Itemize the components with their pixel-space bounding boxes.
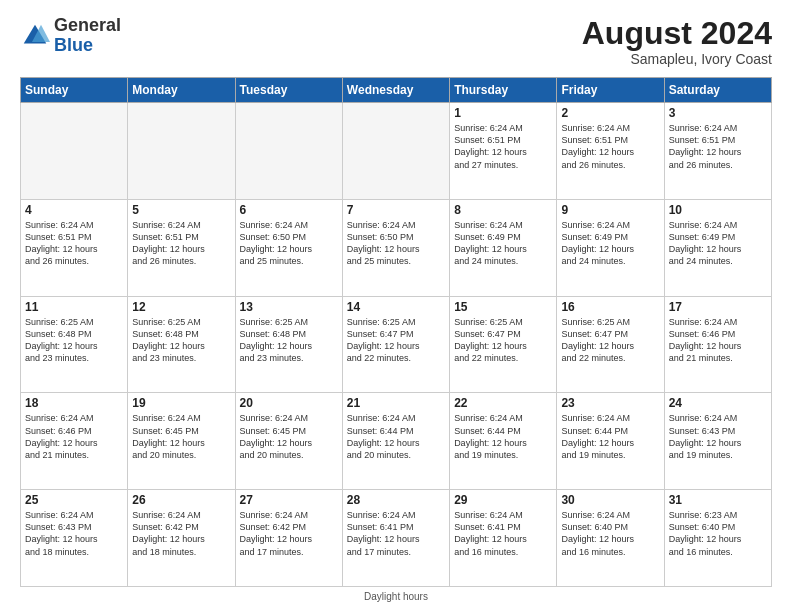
- footer-note: Daylight hours: [20, 591, 772, 602]
- calendar-table: SundayMondayTuesdayWednesdayThursdayFrid…: [20, 77, 772, 587]
- day-info: Sunrise: 6:23 AM Sunset: 6:40 PM Dayligh…: [669, 509, 767, 558]
- day-info: Sunrise: 6:24 AM Sunset: 6:46 PM Dayligh…: [669, 316, 767, 365]
- logo: General Blue: [20, 16, 121, 56]
- calendar-header-row: SundayMondayTuesdayWednesdayThursdayFrid…: [21, 78, 772, 103]
- day-cell: 21Sunrise: 6:24 AM Sunset: 6:44 PM Dayli…: [342, 393, 449, 490]
- day-info: Sunrise: 6:25 AM Sunset: 6:47 PM Dayligh…: [347, 316, 445, 365]
- col-header-saturday: Saturday: [664, 78, 771, 103]
- col-header-thursday: Thursday: [450, 78, 557, 103]
- day-number: 12: [132, 300, 230, 314]
- day-number: 19: [132, 396, 230, 410]
- day-number: 18: [25, 396, 123, 410]
- day-info: Sunrise: 6:25 AM Sunset: 6:47 PM Dayligh…: [454, 316, 552, 365]
- day-number: 27: [240, 493, 338, 507]
- day-cell: 20Sunrise: 6:24 AM Sunset: 6:45 PM Dayli…: [235, 393, 342, 490]
- month-year: August 2024: [582, 16, 772, 51]
- title-block: August 2024 Samapleu, Ivory Coast: [582, 16, 772, 67]
- col-header-tuesday: Tuesday: [235, 78, 342, 103]
- day-cell: 17Sunrise: 6:24 AM Sunset: 6:46 PM Dayli…: [664, 296, 771, 393]
- logo-blue: Blue: [54, 35, 93, 55]
- day-cell: 27Sunrise: 6:24 AM Sunset: 6:42 PM Dayli…: [235, 490, 342, 587]
- day-number: 9: [561, 203, 659, 217]
- day-info: Sunrise: 6:24 AM Sunset: 6:50 PM Dayligh…: [240, 219, 338, 268]
- day-cell: 26Sunrise: 6:24 AM Sunset: 6:42 PM Dayli…: [128, 490, 235, 587]
- header: General Blue August 2024 Samapleu, Ivory…: [20, 16, 772, 67]
- day-info: Sunrise: 6:24 AM Sunset: 6:51 PM Dayligh…: [561, 122, 659, 171]
- day-number: 3: [669, 106, 767, 120]
- week-row-3: 11Sunrise: 6:25 AM Sunset: 6:48 PM Dayli…: [21, 296, 772, 393]
- day-number: 15: [454, 300, 552, 314]
- day-cell: 28Sunrise: 6:24 AM Sunset: 6:41 PM Dayli…: [342, 490, 449, 587]
- day-cell: 14Sunrise: 6:25 AM Sunset: 6:47 PM Dayli…: [342, 296, 449, 393]
- day-info: Sunrise: 6:24 AM Sunset: 6:51 PM Dayligh…: [669, 122, 767, 171]
- day-cell: 15Sunrise: 6:25 AM Sunset: 6:47 PM Dayli…: [450, 296, 557, 393]
- day-cell: [235, 103, 342, 200]
- day-info: Sunrise: 6:24 AM Sunset: 6:42 PM Dayligh…: [240, 509, 338, 558]
- page: General Blue August 2024 Samapleu, Ivory…: [0, 0, 792, 612]
- day-info: Sunrise: 6:24 AM Sunset: 6:51 PM Dayligh…: [132, 219, 230, 268]
- day-info: Sunrise: 6:25 AM Sunset: 6:48 PM Dayligh…: [132, 316, 230, 365]
- day-number: 25: [25, 493, 123, 507]
- day-cell: 8Sunrise: 6:24 AM Sunset: 6:49 PM Daylig…: [450, 199, 557, 296]
- day-cell: 13Sunrise: 6:25 AM Sunset: 6:48 PM Dayli…: [235, 296, 342, 393]
- day-number: 29: [454, 493, 552, 507]
- day-info: Sunrise: 6:24 AM Sunset: 6:40 PM Dayligh…: [561, 509, 659, 558]
- day-info: Sunrise: 6:24 AM Sunset: 6:42 PM Dayligh…: [132, 509, 230, 558]
- day-number: 4: [25, 203, 123, 217]
- day-number: 7: [347, 203, 445, 217]
- day-info: Sunrise: 6:25 AM Sunset: 6:48 PM Dayligh…: [240, 316, 338, 365]
- week-row-5: 25Sunrise: 6:24 AM Sunset: 6:43 PM Dayli…: [21, 490, 772, 587]
- day-info: Sunrise: 6:24 AM Sunset: 6:49 PM Dayligh…: [454, 219, 552, 268]
- day-info: Sunrise: 6:24 AM Sunset: 6:45 PM Dayligh…: [240, 412, 338, 461]
- day-number: 2: [561, 106, 659, 120]
- col-header-monday: Monday: [128, 78, 235, 103]
- day-number: 16: [561, 300, 659, 314]
- day-cell: 24Sunrise: 6:24 AM Sunset: 6:43 PM Dayli…: [664, 393, 771, 490]
- day-cell: 25Sunrise: 6:24 AM Sunset: 6:43 PM Dayli…: [21, 490, 128, 587]
- day-number: 6: [240, 203, 338, 217]
- day-cell: 2Sunrise: 6:24 AM Sunset: 6:51 PM Daylig…: [557, 103, 664, 200]
- day-number: 20: [240, 396, 338, 410]
- day-cell: 22Sunrise: 6:24 AM Sunset: 6:44 PM Dayli…: [450, 393, 557, 490]
- day-cell: [128, 103, 235, 200]
- day-number: 21: [347, 396, 445, 410]
- day-cell: 23Sunrise: 6:24 AM Sunset: 6:44 PM Dayli…: [557, 393, 664, 490]
- day-info: Sunrise: 6:24 AM Sunset: 6:44 PM Dayligh…: [347, 412, 445, 461]
- logo-text: General Blue: [54, 16, 121, 56]
- day-info: Sunrise: 6:24 AM Sunset: 6:49 PM Dayligh…: [561, 219, 659, 268]
- day-info: Sunrise: 6:24 AM Sunset: 6:45 PM Dayligh…: [132, 412, 230, 461]
- day-cell: 31Sunrise: 6:23 AM Sunset: 6:40 PM Dayli…: [664, 490, 771, 587]
- day-number: 10: [669, 203, 767, 217]
- day-cell: 16Sunrise: 6:25 AM Sunset: 6:47 PM Dayli…: [557, 296, 664, 393]
- day-cell: 11Sunrise: 6:25 AM Sunset: 6:48 PM Dayli…: [21, 296, 128, 393]
- day-number: 28: [347, 493, 445, 507]
- day-number: 26: [132, 493, 230, 507]
- day-cell: 10Sunrise: 6:24 AM Sunset: 6:49 PM Dayli…: [664, 199, 771, 296]
- logo-general: General: [54, 15, 121, 35]
- day-info: Sunrise: 6:24 AM Sunset: 6:49 PM Dayligh…: [669, 219, 767, 268]
- day-cell: 9Sunrise: 6:24 AM Sunset: 6:49 PM Daylig…: [557, 199, 664, 296]
- day-info: Sunrise: 6:24 AM Sunset: 6:41 PM Dayligh…: [347, 509, 445, 558]
- day-cell: 3Sunrise: 6:24 AM Sunset: 6:51 PM Daylig…: [664, 103, 771, 200]
- day-info: Sunrise: 6:24 AM Sunset: 6:51 PM Dayligh…: [25, 219, 123, 268]
- week-row-2: 4Sunrise: 6:24 AM Sunset: 6:51 PM Daylig…: [21, 199, 772, 296]
- day-cell: 1Sunrise: 6:24 AM Sunset: 6:51 PM Daylig…: [450, 103, 557, 200]
- day-info: Sunrise: 6:24 AM Sunset: 6:44 PM Dayligh…: [561, 412, 659, 461]
- day-number: 31: [669, 493, 767, 507]
- daylight-label: Daylight hours: [364, 591, 428, 602]
- day-number: 30: [561, 493, 659, 507]
- day-cell: 29Sunrise: 6:24 AM Sunset: 6:41 PM Dayli…: [450, 490, 557, 587]
- day-cell: 19Sunrise: 6:24 AM Sunset: 6:45 PM Dayli…: [128, 393, 235, 490]
- day-number: 5: [132, 203, 230, 217]
- day-cell: [21, 103, 128, 200]
- day-number: 8: [454, 203, 552, 217]
- day-number: 22: [454, 396, 552, 410]
- location: Samapleu, Ivory Coast: [582, 51, 772, 67]
- day-number: 13: [240, 300, 338, 314]
- day-info: Sunrise: 6:25 AM Sunset: 6:47 PM Dayligh…: [561, 316, 659, 365]
- day-cell: 12Sunrise: 6:25 AM Sunset: 6:48 PM Dayli…: [128, 296, 235, 393]
- day-cell: 6Sunrise: 6:24 AM Sunset: 6:50 PM Daylig…: [235, 199, 342, 296]
- day-number: 17: [669, 300, 767, 314]
- day-cell: 7Sunrise: 6:24 AM Sunset: 6:50 PM Daylig…: [342, 199, 449, 296]
- day-number: 1: [454, 106, 552, 120]
